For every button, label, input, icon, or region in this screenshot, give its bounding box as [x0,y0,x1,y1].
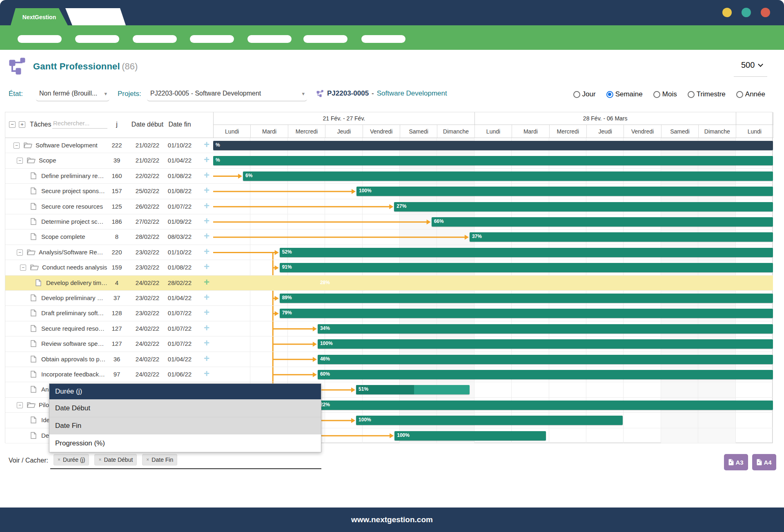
table-row[interactable]: Determine project sc…18627/02/2201/09/22… [5,214,213,229]
table-row[interactable]: −Software Development22221/02/2201/10/22… [5,138,213,153]
add-subtask-button[interactable]: + [200,368,213,379]
add-subtask-button[interactable]: + [200,200,213,211]
collapse-all-button[interactable]: − [9,121,16,128]
add-subtask-button[interactable]: + [200,246,213,257]
expand-all-button[interactable]: + [19,121,25,128]
row-collapse-toggle[interactable]: − [13,142,20,149]
nav-pill[interactable] [133,35,177,43]
document-icon [31,233,36,242]
column-chip[interactable]: ×Date Fin [142,454,177,465]
export-a3-button[interactable]: A3 [724,454,748,470]
task-date-debut: 23/02/22 [131,249,164,256]
table-row[interactable]: Scope complete828/02/2208/03/22+ [5,229,213,245]
row-collapse-toggle[interactable]: − [17,158,23,164]
chart-row [213,184,773,199]
document-icon [31,294,36,303]
radio-circle-icon [736,91,743,98]
window-minimize-dot[interactable] [722,8,732,17]
nav-pill[interactable] [361,35,405,43]
task-name: Secure required reso… [41,325,105,332]
table-row[interactable]: −Scope3921/02/2201/04/22+ [5,153,213,168]
projets-select[interactable]: PJ2203-0005 - Software Development ▾ [147,87,307,101]
table-row[interactable]: Develop preliminary …3723/02/2201/04/22+ [5,291,213,306]
add-subtask-button[interactable]: + [200,185,213,196]
table-row[interactable]: Draft preliminary soft…12823/02/2201/07/… [5,306,213,321]
add-subtask-button[interactable]: + [200,276,213,288]
table-row[interactable]: −Analysis/Software Re…22023/02/2201/10/2… [5,245,213,260]
dropdown-item-date-debut[interactable]: Date Début [49,399,321,417]
nav-pill[interactable] [190,35,234,43]
gantt-bar-label: 46% [320,356,330,362]
task-name: Secure core resources [41,203,103,210]
chip-remove-icon[interactable]: × [98,457,101,463]
window-maximize-dot[interactable] [742,8,751,17]
project-sep: - [372,89,374,98]
project-breadcrumb[interactable]: PJ2203-0005 - Software Development [316,89,447,98]
chip-label: Date Fin [151,456,173,463]
row-collapse-toggle[interactable]: − [17,402,23,408]
add-subtask-button[interactable]: + [200,215,213,227]
add-subtask-button[interactable]: + [200,337,213,349]
row-collapse-toggle[interactable]: − [20,265,26,271]
projets-label: Projets: [118,90,141,98]
table-row[interactable]: Incorporate feedback…9724/02/2201/06/22+ [5,367,213,382]
nav-pill[interactable] [303,35,347,43]
etat-select[interactable]: Non fermé (Brouill... ▾ [36,87,109,101]
project-name-link[interactable]: Software Development [377,89,447,98]
table-row[interactable]: Define preliminary re…16022/02/2201/08/2… [5,169,213,184]
task-date-debut: 24/02/22 [131,356,164,363]
nav-pill[interactable] [18,35,62,43]
table-row[interactable]: Review software spe…12724/02/2201/07/22+ [5,336,213,352]
nav-pill[interactable] [247,35,292,43]
table-row[interactable]: −Conduct needs analysis15923/02/2201/08/… [5,260,213,275]
add-subtask-button[interactable]: + [200,230,213,242]
secondary-tab[interactable] [65,8,126,25]
add-subtask-button[interactable]: + [200,169,213,181]
table-row[interactable]: Secure project spons…15725/02/2201/08/22… [5,184,213,199]
add-subtask-button[interactable]: + [200,307,213,318]
row-collapse-toggle[interactable]: − [17,249,23,256]
add-subtask-button[interactable]: + [200,322,213,334]
view-radio-jour[interactable]: Jour [573,90,596,98]
dropdown-item-duree[interactable]: Durée (j) [49,384,321,399]
view-radio-semaine[interactable]: Semaine [606,90,643,98]
column-chip[interactable]: ×Date Début [94,454,137,465]
task-date-debut: 24/02/22 [131,340,164,347]
task-date-debut: 23/02/22 [131,309,164,316]
add-subtask-button[interactable]: + [200,154,213,165]
brand-tab[interactable]: NextGestion [11,8,68,25]
page-size-select[interactable]: 500 [741,60,762,70]
chip-remove-icon[interactable]: × [58,457,60,463]
page-size-underline [734,76,767,77]
dropdown-item-progression[interactable]: Progression (%) [49,434,321,452]
day-header: Mardi [512,125,549,138]
table-row[interactable]: Secure required reso…12724/02/2201/07/22… [5,321,213,336]
document-icon [31,172,36,181]
task-name: Draft preliminary soft… [41,309,104,316]
day-header: Lundi [736,125,773,138]
view-radio-trimestre[interactable]: Trimestre [688,90,726,98]
task-table-header: − + Tâches j Date début Date fin [5,112,213,138]
task-date-debut: 28/02/22 [131,233,164,240]
export-a4-button[interactable]: A4 [752,454,776,470]
table-row[interactable]: Develop delivery tim…424/02/2228/02/22+ [5,276,213,291]
table-row[interactable]: Secure core resources12526/02/2201/07/22… [5,199,213,214]
task-date-debut: 24/02/22 [131,371,164,378]
gantt-bar-label: 28% [320,280,330,285]
chip-remove-icon[interactable]: × [146,457,149,463]
view-radio-année[interactable]: Année [736,90,765,98]
add-subtask-button[interactable]: + [200,261,213,272]
add-subtask-button[interactable]: + [200,139,213,150]
nav-pill[interactable] [75,35,119,43]
dropdown-item-date-fin[interactable]: Date Fin [49,417,321,434]
col-header-taches: Tâches [30,121,51,128]
add-subtask-button[interactable]: + [200,292,213,303]
column-chip[interactable]: ×Durée (j) [53,454,89,465]
view-radio-mois[interactable]: Mois [653,90,677,98]
search-input[interactable] [52,118,107,129]
task-duration: 127 [111,325,123,332]
table-row[interactable]: Obtain approvals to p…3624/02/2201/04/22… [5,352,213,367]
add-subtask-button[interactable]: + [200,353,213,364]
chip-label: Durée (j) [63,456,85,463]
window-close-dot[interactable] [761,8,770,17]
